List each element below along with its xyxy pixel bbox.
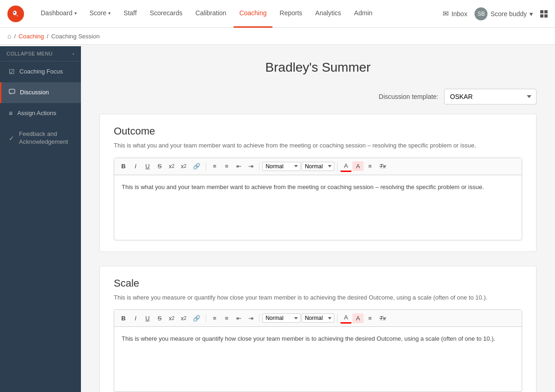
- template-select[interactable]: OSKAR GROW CLEAR FUEL: [444, 89, 536, 104]
- subscript-button[interactable]: x2: [166, 313, 177, 323]
- superscript-button[interactable]: x2: [178, 161, 189, 171]
- nav-coaching[interactable]: Coaching: [234, 0, 272, 28]
- scale-section: Scale This is where you measure or quant…: [99, 266, 536, 392]
- template-section: Discussion template: OSKAR GROW CLEAR FU…: [99, 89, 536, 104]
- svg-rect-3: [9, 89, 15, 93]
- nav-dashboard[interactable]: Dashboard ▾: [35, 0, 82, 28]
- breadcrumb-separator: /: [14, 33, 16, 40]
- home-icon[interactable]: ⌂: [7, 32, 11, 40]
- unordered-list-button[interactable]: ≡: [221, 313, 232, 323]
- collapse-icon[interactable]: ‹: [73, 51, 74, 56]
- nav-staff[interactable]: Staff: [118, 0, 142, 28]
- toolbar-sep-2: [259, 162, 259, 171]
- font-select[interactable]: Normal Arial Georgia: [302, 162, 334, 171]
- svg-point-2: [14, 12, 15, 13]
- nav-right-section: ✉ Inbox SB Score buddy ▾: [443, 7, 548, 20]
- main-content: Bradley's Summer Discussion template: OS…: [81, 46, 555, 392]
- sidebar-item-assign-actions[interactable]: ≡ Assign Actions: [0, 103, 81, 124]
- outdent-button[interactable]: ⇤: [233, 161, 244, 171]
- user-menu[interactable]: SB Score buddy ▾: [475, 7, 533, 20]
- sidebar: COLLAPSE MENU ‹ ☑ Coaching Focus Discuss…: [0, 46, 81, 392]
- inbox-icon: ✉: [443, 9, 449, 18]
- italic-button[interactable]: I: [130, 161, 141, 171]
- outcome-editor: B I U S x2 x2 🔗 ≡ ≡ ⇤ ⇥ Normal Heading 1: [114, 158, 522, 240]
- chevron-down-icon: ▾: [108, 11, 111, 16]
- inbox-link[interactable]: ✉ Inbox: [443, 9, 467, 18]
- discussion-icon: [9, 89, 15, 97]
- nav-reports[interactable]: Reports: [274, 0, 308, 28]
- grid-menu-button[interactable]: [540, 10, 548, 18]
- page-title: Bradley's Summer: [99, 60, 536, 75]
- toolbar-sep-2: [259, 314, 259, 322]
- breadcrumb-coaching-link[interactable]: Coaching: [18, 33, 44, 40]
- grid-icon: [540, 10, 548, 18]
- list-icon: ≡: [9, 110, 12, 117]
- clear-format-button[interactable]: Tx: [376, 161, 388, 171]
- toolbar-sep-1: [206, 162, 206, 171]
- clear-format-button[interactable]: Tx: [376, 313, 388, 323]
- scale-toolbar: B I U S x2 x2 🔗 ≡ ≡ ⇤ ⇥ Normal Heading 1: [114, 310, 522, 327]
- bold-button[interactable]: B: [118, 313, 129, 323]
- outcome-title: Outcome: [114, 125, 522, 137]
- toolbar-sep-3: [337, 314, 338, 322]
- nav-calibration[interactable]: Calibration: [190, 0, 232, 28]
- format-select[interactable]: Normal Heading 1 Heading 2: [262, 313, 301, 323]
- scale-title: Scale: [114, 277, 522, 289]
- outcome-editor-body[interactable]: This is what you and your team member wa…: [114, 175, 522, 240]
- highlight-button[interactable]: A: [352, 313, 364, 323]
- checkbox-icon: ☑: [9, 68, 15, 75]
- nav-scorecards[interactable]: Scorecards: [144, 0, 188, 28]
- underline-button[interactable]: U: [142, 313, 153, 323]
- toolbar-sep-3: [337, 162, 338, 171]
- nav-score[interactable]: Score ▾: [84, 0, 117, 28]
- scale-description: This is where you measure or quantify ho…: [114, 293, 522, 302]
- scale-editor: B I U S x2 x2 🔗 ≡ ≡ ⇤ ⇥ Normal Heading 1: [114, 309, 522, 392]
- sidebar-item-discussion[interactable]: Discussion: [0, 82, 81, 103]
- bold-button[interactable]: B: [118, 161, 129, 171]
- outcome-description: This is what you and your team member wa…: [114, 141, 522, 150]
- align-button[interactable]: ≡: [364, 313, 376, 323]
- unordered-list-button[interactable]: ≡: [221, 161, 232, 171]
- breadcrumb: ⌂ / Coaching / Coaching Session: [0, 28, 555, 45]
- sidebar-collapse-header: COLLAPSE MENU ‹: [0, 46, 81, 61]
- breadcrumb-separator: /: [47, 33, 49, 40]
- scale-editor-body[interactable]: This is where you measure or quantify ho…: [114, 327, 522, 392]
- breadcrumb-current: Coaching Session: [51, 33, 100, 40]
- logo-icon: [7, 6, 24, 22]
- highlight-button[interactable]: A: [352, 161, 364, 171]
- link-button[interactable]: 🔗: [190, 161, 203, 171]
- font-select[interactable]: Normal Arial Georgia: [302, 313, 334, 323]
- indent-button[interactable]: ⇥: [245, 313, 256, 323]
- avatar: SB: [475, 7, 487, 20]
- outcome-toolbar: B I U S x2 x2 🔗 ≡ ≡ ⇤ ⇥ Normal Heading 1: [114, 158, 522, 175]
- format-select[interactable]: Normal Heading 1 Heading 2: [262, 162, 301, 171]
- outdent-button[interactable]: ⇤: [233, 313, 244, 323]
- align-button[interactable]: ≡: [364, 161, 376, 171]
- nav-menu: Dashboard ▾ Score ▾ Staff Scorecards Cal…: [35, 0, 443, 28]
- ordered-list-button[interactable]: ≡: [209, 313, 220, 323]
- subscript-button[interactable]: x2: [166, 161, 177, 171]
- strikethrough-button[interactable]: S: [154, 313, 165, 323]
- superscript-button[interactable]: x2: [178, 313, 189, 323]
- underline-button[interactable]: U: [142, 161, 153, 171]
- checkmark-icon: ✓: [9, 135, 14, 142]
- italic-button[interactable]: I: [130, 313, 141, 323]
- link-button[interactable]: 🔗: [190, 313, 203, 323]
- strikethrough-button[interactable]: S: [154, 161, 165, 171]
- chevron-down-icon: ▾: [74, 11, 77, 16]
- font-color-button[interactable]: A: [340, 312, 352, 324]
- toolbar-sep-1: [206, 314, 206, 322]
- indent-button[interactable]: ⇥: [245, 161, 256, 171]
- chevron-down-icon: ▾: [530, 10, 533, 18]
- template-label: Discussion template:: [379, 93, 438, 100]
- top-navigation: Dashboard ▾ Score ▾ Staff Scorecards Cal…: [0, 0, 555, 28]
- sidebar-item-coaching-focus[interactable]: ☑ Coaching Focus: [0, 61, 81, 82]
- nav-admin[interactable]: Admin: [349, 0, 378, 28]
- logo[interactable]: [7, 6, 24, 22]
- nav-analytics[interactable]: Analytics: [310, 0, 347, 28]
- outcome-section: Outcome This is what you and your team m…: [99, 114, 536, 252]
- font-color-button[interactable]: A: [340, 161, 352, 172]
- main-layout: COLLAPSE MENU ‹ ☑ Coaching Focus Discuss…: [0, 46, 555, 392]
- sidebar-item-feedback[interactable]: ✓ Feedback and Acknowledgement: [0, 124, 81, 153]
- ordered-list-button[interactable]: ≡: [209, 161, 220, 171]
